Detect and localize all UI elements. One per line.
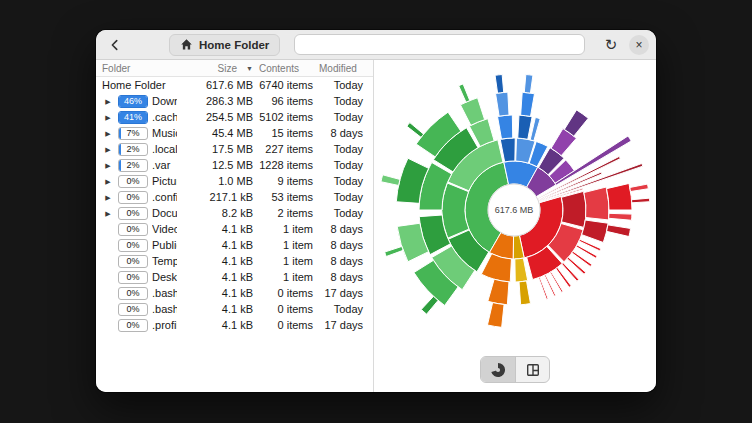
- table-row[interactable]: ▶ 0% .config 217.1 kB 53 items Today: [96, 189, 373, 205]
- expander-icon[interactable]: ▶: [102, 130, 114, 137]
- expander-icon[interactable]: ▶: [102, 194, 114, 201]
- table-row[interactable]: ▶ 0% Documents 8.2 kB 2 items Today: [96, 205, 373, 221]
- expander-icon[interactable]: ▶: [102, 178, 114, 185]
- expander-icon[interactable]: ▶: [102, 210, 114, 217]
- chart-segment[interactable]: [519, 281, 530, 305]
- row-size: 17.5 MB: [181, 143, 253, 155]
- chart-segment[interactable]: [495, 75, 504, 94]
- chart-segment[interactable]: [521, 92, 535, 116]
- column-header-modified[interactable]: Modified: [317, 63, 363, 74]
- table-row[interactable]: ▶ 7% Music 45.4 MB 15 items 8 days: [96, 125, 373, 141]
- chart-segment[interactable]: [564, 110, 588, 136]
- chart-segment[interactable]: [607, 183, 632, 210]
- row-modified: Today: [317, 159, 363, 171]
- percent-badge: 7%: [118, 127, 148, 140]
- chart-segment[interactable]: [524, 75, 533, 94]
- row-name: Pictures: [152, 175, 177, 187]
- row-size: 217.1 kB: [181, 191, 253, 203]
- refresh-button[interactable]: ↻: [599, 33, 623, 57]
- table-row[interactable]: 0% .bashrc 4.1 kB 0 items 17 days: [96, 285, 373, 301]
- table-row[interactable]: Home Folder 617.6 MB 6740 items Today: [96, 77, 373, 93]
- row-name: Public: [152, 239, 177, 251]
- file-table-panel: Folder Size ▼ Contents Modified Home Fol…: [96, 60, 374, 392]
- row-size: 4.1 kB: [181, 303, 253, 315]
- percent-label: 46%: [119, 96, 147, 107]
- expander-icon[interactable]: ▶: [102, 146, 114, 153]
- chart-segment[interactable]: [442, 183, 469, 238]
- view-switcher: [480, 356, 550, 383]
- column-header-folder[interactable]: Folder: [102, 63, 177, 74]
- row-name: Documents: [152, 207, 177, 219]
- chart-segment[interactable]: [582, 220, 608, 242]
- percent-label: 0%: [119, 224, 147, 235]
- expander-icon[interactable]: ▶: [102, 98, 114, 105]
- row-contents: 0 items: [257, 319, 313, 331]
- table-row[interactable]: ▶ 0% Pictures 1.0 MB 9 items Today: [96, 173, 373, 189]
- table-row[interactable]: ▶ 2% .var 12.5 MB 1228 items Today: [96, 157, 373, 173]
- row-name: Desktop: [152, 271, 177, 283]
- rings-chart-svg[interactable]: 617.6 MB: [374, 60, 655, 363]
- percent-badge: 0%: [118, 271, 148, 284]
- table-row[interactable]: 0% Templates 4.1 kB 1 item 8 days: [96, 253, 373, 269]
- chart-segment[interactable]: [487, 303, 504, 328]
- back-button[interactable]: [103, 33, 127, 57]
- chart-segment[interactable]: [421, 296, 438, 314]
- chart-panel: 617.6 MB: [374, 60, 656, 392]
- chart-segment[interactable]: [496, 92, 509, 116]
- table-row[interactable]: 0% Videos 4.1 kB 1 item 8 days: [96, 221, 373, 237]
- header-bar: Home Folder ↻ ×: [96, 30, 656, 60]
- percent-label: 0%: [119, 256, 147, 267]
- address-entry[interactable]: [294, 34, 585, 55]
- percent-label: 0%: [119, 288, 147, 299]
- table-row[interactable]: 0% Desktop 4.1 kB 1 item 8 days: [96, 269, 373, 285]
- table-row[interactable]: ▶ 46% Downloads 286.3 MB 96 items Today: [96, 93, 373, 109]
- treemap-chart-icon: [525, 362, 541, 378]
- chart-segment[interactable]: [498, 115, 513, 139]
- table-row[interactable]: 0% Public 4.1 kB 1 item 8 days: [96, 237, 373, 253]
- row-contents: 1 item: [257, 271, 313, 283]
- percent-badge: 0%: [118, 255, 148, 268]
- row-modified: 8 days: [317, 127, 363, 139]
- close-button[interactable]: ×: [629, 35, 649, 55]
- treemap-view-button[interactable]: [515, 357, 549, 382]
- row-size: 1.0 MB: [181, 175, 253, 187]
- row-modified: Today: [317, 95, 363, 107]
- chart-segment[interactable]: [515, 258, 528, 282]
- chart-segment[interactable]: [385, 246, 403, 256]
- column-header-contents[interactable]: Contents: [257, 63, 313, 74]
- table-row[interactable]: 0% .bash_history 4.1 kB 0 items Today: [96, 301, 373, 317]
- chart-segment[interactable]: [460, 98, 484, 126]
- chart-segment[interactable]: [607, 225, 631, 237]
- column-header-size[interactable]: Size ▼: [181, 63, 253, 74]
- chart-segment[interactable]: [459, 84, 470, 102]
- chart-segment[interactable]: [632, 198, 650, 203]
- percent-label: 0%: [119, 176, 147, 187]
- chart-segment[interactable]: [407, 123, 424, 138]
- expander-icon[interactable]: ▶: [102, 162, 114, 169]
- refresh-icon: ↻: [605, 37, 618, 52]
- expander-icon[interactable]: ▶: [102, 114, 114, 121]
- table-row[interactable]: ▶ 2% .local 17.5 MB 227 items Today: [96, 141, 373, 157]
- disk-usage-analyzer-window: Home Folder ↻ × Folder Size ▼ Contents M…: [96, 30, 656, 392]
- chart-segment[interactable]: [518, 115, 532, 139]
- table-row[interactable]: 0% .profile 4.1 kB 0 items 17 days: [96, 317, 373, 333]
- row-contents: 53 items: [257, 191, 313, 203]
- chart-segment[interactable]: [488, 279, 509, 305]
- percent-label: 0%: [119, 240, 147, 251]
- chart-segment[interactable]: [584, 187, 609, 220]
- row-modified: 8 days: [317, 271, 363, 283]
- row-modified: 17 days: [317, 319, 363, 331]
- chart-segment[interactable]: [609, 213, 632, 220]
- row-contents: 9 items: [257, 175, 313, 187]
- location-tab-home-folder[interactable]: Home Folder: [169, 34, 280, 56]
- row-contents: 0 items: [257, 287, 313, 299]
- row-name: .profile: [152, 319, 177, 331]
- rings-view-button[interactable]: [481, 357, 515, 382]
- chart-segment[interactable]: [561, 191, 586, 227]
- table-row[interactable]: ▶ 41% .cache 254.5 MB 5102 items Today: [96, 109, 373, 125]
- row-name: Downloads: [152, 95, 177, 107]
- row-modified: 17 days: [317, 287, 363, 299]
- chart-segment[interactable]: [630, 184, 648, 191]
- chart-segment[interactable]: [381, 175, 400, 186]
- row-name: Videos: [152, 223, 177, 235]
